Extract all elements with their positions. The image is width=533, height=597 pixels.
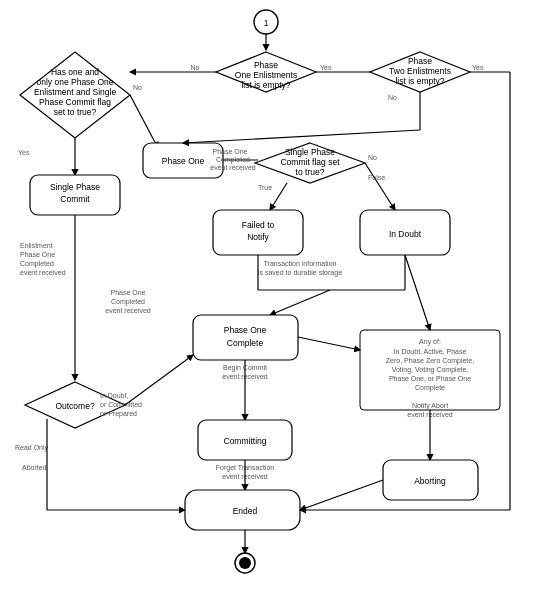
- label-enlistment-phase-one4: event received: [20, 269, 66, 276]
- diamond-phase-two-line1: Phase: [408, 56, 432, 66]
- diamond-has-one-line1: Has one and: [51, 67, 99, 77]
- diamond-has-one-line5: set to true?: [54, 107, 97, 117]
- label-false: False: [368, 174, 385, 181]
- arrow-phase-two-no-to-phase-one: [183, 130, 420, 143]
- box-committing-label: Committing: [224, 436, 267, 446]
- box-aborting-label: Aborting: [414, 476, 446, 486]
- label-any-of1: In Doubt, Active, Phase: [394, 348, 467, 355]
- label-any-of5: Complete: [415, 384, 445, 392]
- label-any-of4: Phase One, or Phase One: [389, 375, 471, 382]
- label-read-only: Read Only: [15, 444, 49, 452]
- box-in-doubt-label: In Doubt: [389, 229, 422, 239]
- diamond-outcome-label: Outcome?: [55, 401, 94, 411]
- diamond-has-one-line3: Enlistment and Single: [34, 87, 116, 97]
- label-yes-phase-one: Yes: [320, 64, 332, 71]
- label-in-doubt-committed1: In Doubt,: [100, 392, 128, 399]
- label-no-phase-one: No: [191, 64, 200, 71]
- box-ended-label: Ended: [233, 506, 258, 516]
- box-failed-to-notify-line2: Notify: [247, 232, 269, 242]
- diamond-phase-two-line3: list is empty?: [395, 76, 444, 86]
- diamond-phase-one-empty-line1: Phase: [254, 60, 278, 70]
- arrow-no-has-one-to-phase-one: [130, 95, 158, 148]
- diamond-single-phase-flag-line3: to true?: [296, 167, 325, 177]
- box-phase-one-complete-line2: Complete: [227, 338, 264, 348]
- label-no-phase-two: No: [388, 94, 397, 101]
- label-in-doubt-committed3: or Prepared: [100, 410, 137, 418]
- label-enlistment-phase-one2: Phase One: [20, 251, 55, 258]
- label-in-doubt-committed2: or Committed: [100, 401, 142, 408]
- box-phase-one-complete-line1: Phase One: [224, 325, 267, 335]
- start-label: 1: [264, 18, 269, 28]
- label-phase-one-completed-event: Phase One: [212, 148, 247, 155]
- label-no-single-phase: No: [368, 154, 377, 161]
- label-enlistment-phase-one1: Enlistment: [20, 242, 53, 249]
- label-p1-completed2: Completed: [111, 298, 145, 306]
- label-any-of3: Voting, Voting Complete,: [392, 366, 469, 374]
- diamond-phase-two-line2: Two Enlistments: [389, 66, 451, 76]
- box-phase-one-label: Phase One: [162, 156, 205, 166]
- label-transaction-info1: Transaction information: [264, 260, 337, 267]
- arrow-true-to-failed: [270, 183, 287, 210]
- end-inner-circle: [239, 557, 251, 569]
- diamond-has-one-line4: Phase Commit flag: [39, 97, 111, 107]
- diamond-phase-one-empty-line3: list is empty?: [241, 80, 290, 90]
- label-enlistment-phase-one3: Completed: [20, 260, 54, 268]
- arrow-aborting-to-ended: [300, 480, 383, 510]
- arrow-in-doubt-to-any-of: [405, 255, 430, 330]
- diamond-has-one-line2: only one Phase One: [36, 77, 113, 87]
- label-no-has-one: No: [133, 84, 142, 91]
- diamond-phase-one-empty-line2: One Enlistments: [235, 70, 297, 80]
- label-yes-has-one: Yes: [18, 149, 30, 156]
- label-notify-abort: Notify Abort: [412, 402, 448, 410]
- box-single-phase-commit-line1: Single Phase: [50, 182, 100, 192]
- arrow-outcome-to-p1complete: [125, 355, 193, 405]
- label-any-of0: Any of:: [419, 338, 441, 346]
- box-failed-to-notify-line1: Failed to: [242, 220, 275, 230]
- box-single-phase-commit-line2: Commit: [60, 194, 90, 204]
- label-true: True: [258, 184, 272, 191]
- diamond-single-phase-flag-line1: Single Phase: [285, 147, 335, 157]
- arrow-p1complete-to-any-of: [298, 337, 360, 350]
- diamond-single-phase-flag-line2: Commit flag set: [280, 157, 340, 167]
- label-p1-completed1: Phase One: [110, 289, 145, 296]
- arrow-false-to-in-doubt: [365, 163, 395, 210]
- label-any-of2: Zero, Phase Zero Complete,: [386, 357, 474, 365]
- label-transaction-info2: is saved to durable storage: [258, 269, 342, 277]
- label-yes-phase-two: Yes: [472, 64, 484, 71]
- label-phase-one-completed-event2: Completed: [216, 156, 250, 164]
- arrow-to-phase-one-complete: [270, 290, 330, 315]
- label-aborted: Aborted: [22, 464, 47, 471]
- label-phase-one-completed-event3: event received: [210, 164, 256, 171]
- label-p1-completed3: event received: [105, 307, 151, 314]
